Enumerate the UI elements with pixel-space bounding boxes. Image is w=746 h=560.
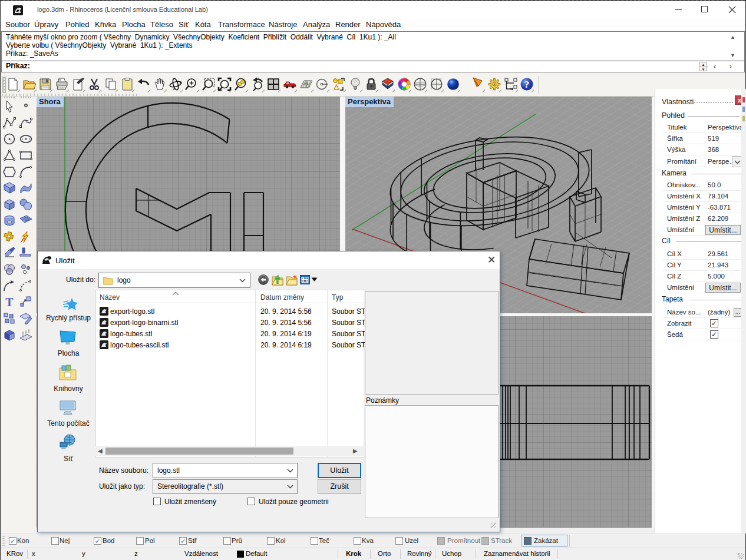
svg-text:?: ? xyxy=(524,79,530,90)
svg-text:T: T xyxy=(5,296,14,309)
